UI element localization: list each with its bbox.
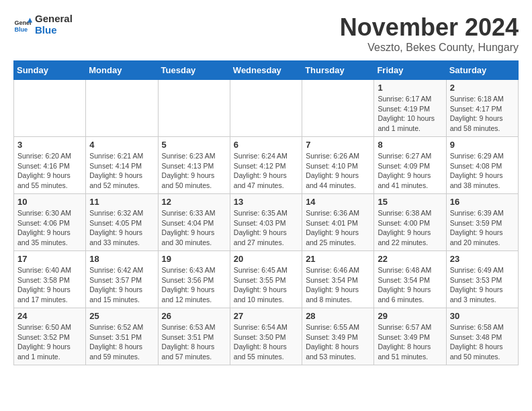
calendar-table: SundayMondayTuesdayWednesdayThursdayFrid… xyxy=(13,60,519,365)
day-info-line: Sunrise: 6:54 AM xyxy=(234,322,298,332)
calendar-cell: 9Sunrise: 6:29 AMSunset: 4:08 PMDaylight… xyxy=(446,137,518,194)
calendar-cell: 17Sunrise: 6:40 AMSunset: 3:58 PMDayligh… xyxy=(14,251,86,308)
week-row-4: 24Sunrise: 6:50 AMSunset: 3:52 PMDayligh… xyxy=(14,308,519,365)
calendar-cell: 18Sunrise: 6:42 AMSunset: 3:57 PMDayligh… xyxy=(86,251,158,308)
calendar-header: SundayMondayTuesdayWednesdayThursdayFrid… xyxy=(14,61,519,80)
day-info-line: Daylight: 9 hours and 41 minutes. xyxy=(378,171,442,190)
day-info-line: Daylight: 9 hours and 52 minutes. xyxy=(89,171,154,190)
column-header-friday: Friday xyxy=(374,61,446,80)
day-info-line: Sunset: 4:06 PM xyxy=(17,218,82,228)
day-info-line: Sunrise: 6:42 AM xyxy=(89,265,154,275)
day-info-line: Sunset: 4:12 PM xyxy=(234,161,298,171)
day-number: 26 xyxy=(162,311,226,321)
day-number: 13 xyxy=(234,197,298,207)
day-info-line: Sunset: 4:01 PM xyxy=(306,218,370,228)
day-number: 11 xyxy=(89,197,154,207)
day-info-line: Sunset: 3:59 PM xyxy=(450,218,515,228)
day-number: 24 xyxy=(17,311,82,321)
week-row-1: 3Sunrise: 6:20 AMSunset: 4:16 PMDaylight… xyxy=(14,137,519,194)
calendar-cell: 16Sunrise: 6:39 AMSunset: 3:59 PMDayligh… xyxy=(446,194,518,251)
day-info-line: Sunrise: 6:27 AM xyxy=(378,151,442,161)
day-info-line: Sunset: 3:54 PM xyxy=(306,275,370,285)
day-info-line: Daylight: 9 hours and 38 minutes. xyxy=(450,171,515,190)
calendar-cell: 30Sunrise: 6:58 AMSunset: 3:48 PMDayligh… xyxy=(446,308,518,365)
day-info-line: Daylight: 8 hours and 53 minutes. xyxy=(306,342,370,361)
calendar-cell: 25Sunrise: 6:52 AMSunset: 3:51 PMDayligh… xyxy=(86,308,158,365)
day-number: 23 xyxy=(450,254,515,264)
day-info-line: Daylight: 9 hours and 35 minutes. xyxy=(17,228,82,247)
day-info-line: Sunrise: 6:58 AM xyxy=(450,322,515,332)
calendar-cell: 13Sunrise: 6:35 AMSunset: 4:03 PMDayligh… xyxy=(230,194,302,251)
logo-icon: General Blue xyxy=(13,15,32,34)
calendar-cell: 19Sunrise: 6:43 AMSunset: 3:56 PMDayligh… xyxy=(158,251,230,308)
day-info-line: Daylight: 8 hours and 57 minutes. xyxy=(162,342,226,361)
day-info-line: Daylight: 9 hours and 8 minutes. xyxy=(306,285,370,304)
day-info-line: Sunset: 4:05 PM xyxy=(89,218,154,228)
day-number: 12 xyxy=(162,197,226,207)
column-header-tuesday: Tuesday xyxy=(158,61,230,80)
day-info-line: Sunrise: 6:43 AM xyxy=(162,265,226,275)
day-info-line: Daylight: 9 hours and 44 minutes. xyxy=(306,171,370,190)
calendar-cell: 20Sunrise: 6:45 AMSunset: 3:55 PMDayligh… xyxy=(230,251,302,308)
day-info-line: Sunrise: 6:17 AM xyxy=(378,94,442,104)
calendar-cell: 27Sunrise: 6:54 AMSunset: 3:50 PMDayligh… xyxy=(230,308,302,365)
day-info-line: Sunrise: 6:35 AM xyxy=(234,208,298,218)
day-info-line: Sunset: 3:51 PM xyxy=(162,332,226,342)
day-number: 6 xyxy=(234,140,298,150)
column-header-saturday: Saturday xyxy=(446,61,518,80)
day-info-line: Daylight: 9 hours and 47 minutes. xyxy=(234,171,298,190)
day-info-line: Sunrise: 6:32 AM xyxy=(89,208,154,218)
day-info-line: Daylight: 8 hours and 50 minutes. xyxy=(450,342,515,361)
day-info-line: Sunrise: 6:50 AM xyxy=(17,322,82,332)
day-info-line: Sunset: 4:16 PM xyxy=(17,161,82,171)
calendar-title: November 2024 xyxy=(340,13,519,42)
calendar-cell: 1Sunrise: 6:17 AMSunset: 4:19 PMDaylight… xyxy=(374,80,446,137)
header-row: SundayMondayTuesdayWednesdayThursdayFrid… xyxy=(14,61,519,80)
day-info-line: Daylight: 9 hours and 12 minutes. xyxy=(162,285,226,304)
day-info-line: Sunrise: 6:30 AM xyxy=(17,208,82,218)
calendar-cell: 4Sunrise: 6:21 AMSunset: 4:14 PMDaylight… xyxy=(86,137,158,194)
day-info-line: Sunset: 3:50 PM xyxy=(234,332,298,342)
day-info-line: Daylight: 9 hours and 10 minutes. xyxy=(234,285,298,304)
day-info-line: Sunset: 4:03 PM xyxy=(234,218,298,228)
day-number: 27 xyxy=(234,311,298,321)
calendar-cell xyxy=(302,80,374,137)
day-info-line: Daylight: 9 hours and 27 minutes. xyxy=(234,228,298,247)
day-info-line: Sunset: 3:51 PM xyxy=(89,332,154,342)
calendar-cell: 15Sunrise: 6:38 AMSunset: 4:00 PMDayligh… xyxy=(374,194,446,251)
calendar-cell: 24Sunrise: 6:50 AMSunset: 3:52 PMDayligh… xyxy=(14,308,86,365)
calendar-cell: 23Sunrise: 6:49 AMSunset: 3:53 PMDayligh… xyxy=(446,251,518,308)
day-info-line: Sunrise: 6:20 AM xyxy=(17,151,82,161)
day-info-line: Daylight: 8 hours and 55 minutes. xyxy=(234,342,298,361)
day-number: 21 xyxy=(306,254,370,264)
calendar-cell xyxy=(230,80,302,137)
calendar-cell: 21Sunrise: 6:46 AMSunset: 3:54 PMDayligh… xyxy=(302,251,374,308)
day-number: 28 xyxy=(306,311,370,321)
logo: General Blue General Blue xyxy=(13,13,73,36)
day-info-line: Sunset: 4:10 PM xyxy=(306,161,370,171)
day-info-line: Daylight: 9 hours and 15 minutes. xyxy=(89,285,154,304)
day-number: 9 xyxy=(450,140,515,150)
day-info-line: Sunrise: 6:18 AM xyxy=(450,94,515,104)
day-number: 10 xyxy=(17,197,82,207)
calendar-cell: 28Sunrise: 6:55 AMSunset: 3:49 PMDayligh… xyxy=(302,308,374,365)
day-info-line: Sunrise: 6:52 AM xyxy=(89,322,154,332)
day-info-line: Sunrise: 6:29 AM xyxy=(450,151,515,161)
day-info-line: Sunrise: 6:53 AM xyxy=(162,322,226,332)
day-info-line: Sunset: 3:54 PM xyxy=(378,275,442,285)
day-info-line: Sunrise: 6:45 AM xyxy=(234,265,298,275)
calendar-cell: 3Sunrise: 6:20 AMSunset: 4:16 PMDaylight… xyxy=(14,137,86,194)
day-info-line: Sunset: 4:13 PM xyxy=(162,161,226,171)
week-row-0: 1Sunrise: 6:17 AMSunset: 4:19 PMDaylight… xyxy=(14,80,519,137)
day-info-line: Daylight: 9 hours and 58 minutes. xyxy=(450,113,515,133)
day-info-line: Sunrise: 6:24 AM xyxy=(234,151,298,161)
day-number: 20 xyxy=(234,254,298,264)
logo-general-text: General xyxy=(35,13,73,25)
day-info-line: Daylight: 9 hours and 25 minutes. xyxy=(306,228,370,247)
day-info-line: Daylight: 9 hours and 17 minutes. xyxy=(17,285,82,304)
day-info-line: Daylight: 9 hours and 6 minutes. xyxy=(378,285,442,304)
calendar-cell: 14Sunrise: 6:36 AMSunset: 4:01 PMDayligh… xyxy=(302,194,374,251)
day-number: 29 xyxy=(378,311,442,321)
page-header: General Blue General Blue November 2024 … xyxy=(13,13,519,54)
day-info-line: Daylight: 8 hours and 59 minutes. xyxy=(89,342,154,361)
